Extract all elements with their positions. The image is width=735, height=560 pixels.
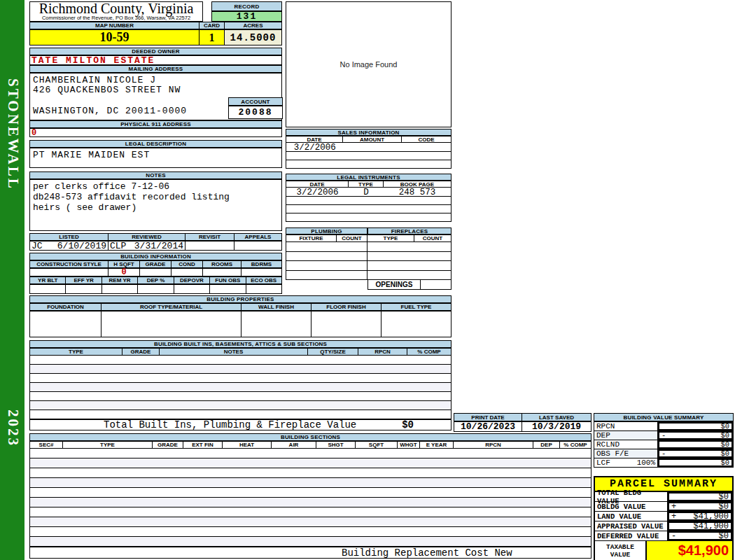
building-sections-title: BUILDING SECTIONS (29, 433, 592, 441)
bs-shgt-label: SHGT (316, 441, 356, 449)
parcel-id-values: 10-59 1 14.5000 (29, 29, 282, 46)
plumbing-title: PLUMBING (286, 227, 368, 234)
ps-obldg-label: OBLDG VALUE (595, 502, 668, 511)
plumbing-row (286, 242, 368, 252)
building-value-summary: RPCN $0 DEP - $0 RCLND (594, 421, 734, 468)
ps-land-label: LAND VALUE (595, 512, 668, 521)
property-record-card: STONEWALL 2023 Richmond County, Virginia… (0, 0, 735, 560)
sales-row: 3/2/2006 (286, 143, 451, 152)
deeded-owner-value: TATE MILTON ESTATE (29, 55, 282, 65)
building-information-title: BUILDING INFORMATION (29, 253, 282, 260)
li-row-type: D (349, 188, 384, 196)
print-saved-headers: PRINT DATE LAST SAVED (454, 413, 592, 421)
ps-row-deferred: DEFERRED VALUE - $0 (595, 531, 732, 541)
empty-row (286, 205, 451, 214)
plumbing-row (286, 271, 368, 281)
notes-line3: heirs ( see drawer) (33, 202, 279, 213)
ps-total-bldg-value: $0 (719, 492, 729, 502)
funobs-label: FUN OBS (210, 276, 246, 284)
ps-taxable-value: $41,900 (647, 541, 732, 560)
built-ins-total-value: $0 (402, 419, 451, 430)
bvs-lcf-value: $0 (720, 458, 729, 467)
legal-description-value: PT MARIE MAIDEN EST (29, 148, 282, 168)
empty-row (30, 356, 451, 365)
deeded-owner-label: DEEDED OWNER (29, 48, 282, 55)
reviewed-value: CLP 3/31/2014 (108, 241, 186, 251)
ps-row-obldg: OBLDG VALUE + $0 (595, 502, 732, 512)
ps-row-total-bldg: TOTAL BLDG VALUE $0 (595, 492, 732, 502)
empty-row (30, 374, 451, 383)
sales-amount-label: AMOUNT (343, 136, 402, 143)
remyr-value (102, 284, 138, 294)
map-number-label: MAP NUMBER (29, 22, 200, 29)
mailing-address-box: CHAMBERLAIN NICOLE J 426 QUACKENBOS STRE… (29, 73, 282, 120)
wall-finish-label: WALL FINISH (241, 303, 312, 311)
li-row-date: 3/2/2006 (286, 188, 349, 196)
foundation-label: FOUNDATION (29, 303, 102, 311)
bs-heat-label: HEAT (223, 441, 272, 449)
bs-air-label: AIR (272, 441, 316, 449)
revisit-value (186, 241, 234, 251)
bs-sec-label: SEC# (29, 441, 63, 449)
mailing-city-line: WASHINGTON, DC 20011-0000 (33, 106, 187, 116)
ps-deferred-value: $0 (719, 531, 729, 541)
building-info-values2 (29, 284, 282, 294)
building-sections-headers: SEC# TYPE GRADE EXT FIN HEAT AIR SHGT SQ… (29, 441, 592, 449)
visit-values: JC 6/10/2019 CLP 3/31/2014 (29, 241, 282, 251)
remyr-label: REM YR (102, 276, 138, 284)
grade-value (140, 268, 172, 276)
notes-line1: per clerks office 7-12-06 (33, 181, 279, 192)
fireplace-row (368, 252, 451, 262)
fireplace-row (368, 242, 451, 252)
fireplace-row (368, 271, 451, 281)
effyr-value (66, 284, 102, 294)
empty-row (286, 214, 451, 222)
empty-row (30, 478, 591, 488)
empty-row (30, 507, 591, 517)
pf-row (286, 242, 451, 252)
legal-instruments-row: 3/2/2006 D 248 573 (286, 188, 451, 197)
reviewed-tech: CLP (110, 241, 126, 251)
replacement-cost-label: Building Replacement Cost New (30, 547, 512, 559)
empty-row (30, 365, 451, 374)
bi-grade-label: GRADE (122, 348, 160, 356)
physical-911-value: 0 (29, 128, 282, 137)
building-properties-title: BUILDING PROPERTIES (29, 295, 451, 303)
empty-row (30, 383, 451, 392)
ps-land-value: $41,900 (694, 512, 729, 522)
legal-instruments-title: LEGAL INSTRUMENTS (286, 174, 451, 181)
legal-instruments-headers: DATE TYPE BOOK PAGE (286, 181, 451, 188)
bs-comp-label: % COMP (560, 441, 592, 449)
building-value-summary-title: BUILDING VALUE SUMMARY (594, 413, 734, 421)
pf-row (286, 271, 451, 281)
fuel-type-value (382, 311, 451, 337)
tax-year: 2023 (4, 410, 22, 447)
bvs-row-rpcn: RPCN $0 (594, 422, 733, 431)
sales-date-label: DATE (286, 136, 343, 143)
fireplaces-title: FIREPLACES (368, 227, 451, 234)
bvs-obsfe-op: - (662, 449, 666, 458)
photo-panel: No Image Found (286, 1, 451, 127)
li-row-bookpage: 248 573 (384, 188, 451, 196)
ecoobs-value (246, 284, 282, 294)
last-saved-value: 10/3/2019 (522, 421, 592, 432)
mailing-line2: 426 QUACKENBOS STREET NW (33, 85, 181, 95)
bvs-obsfe-value: $0 (720, 449, 729, 458)
bs-dep-label: DEP (533, 441, 560, 449)
floor-finish-label: FLOOR FINISH (312, 303, 382, 311)
construction-style-label: CONSTRUCTION STYLE (29, 260, 108, 268)
li-bookpage-label: BOOK PAGE (384, 181, 451, 188)
county-office-address: Commissioner of the Revenue, PO Box 366,… (30, 15, 202, 21)
pf-row (286, 261, 451, 271)
empty-row (30, 527, 591, 537)
sidebar: STONEWALL 2023 (0, 0, 24, 560)
bi-qty-label: QTY/SIZE (308, 348, 358, 356)
ps-deferred-op: - (671, 531, 676, 541)
bs-type-label: TYPE (63, 441, 153, 449)
sales-row-date: 3/2/2006 (286, 143, 343, 151)
listed-label: LISTED (29, 233, 108, 241)
sales-headers: DATE AMOUNT CODE (286, 136, 451, 143)
ps-row-land: LAND VALUE + $41,900 (595, 512, 732, 522)
empty-row (30, 517, 591, 527)
yrblt-label: YR BLT (29, 276, 66, 284)
